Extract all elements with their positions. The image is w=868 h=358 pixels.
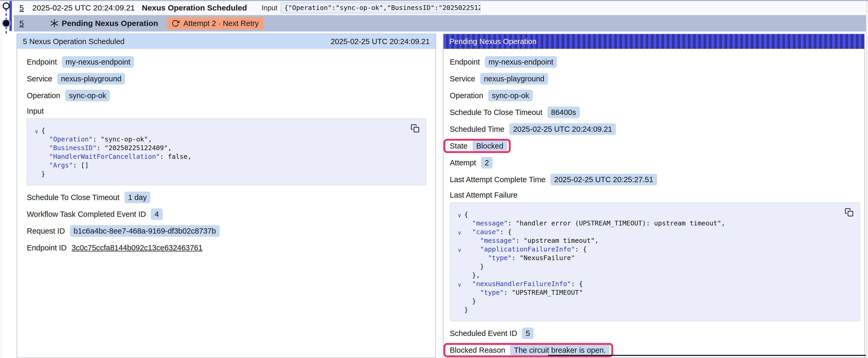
- event-id-link[interactable]: 5: [20, 3, 24, 12]
- last-attempt-failure-label: Last Attempt Failure: [450, 191, 860, 199]
- field-row-last-attempt-complete-time: Last Attempt Complete Time2025-02-25 UTC…: [450, 174, 657, 185]
- timeline-event-marker-icon[interactable]: [3, 2, 10, 9]
- json-gutter: [32, 171, 41, 179]
- field-label: Endpoint ID: [27, 243, 67, 252]
- collapse-chevron-icon[interactable]: ∨: [455, 246, 464, 255]
- json-code-text: {: [464, 210, 468, 219]
- json-code-text: "message": "handler error (UPSTREAM_TIME…: [464, 219, 725, 228]
- field-row-blocked-reason: Blocked ReasonThe circuit breaker is ope…: [450, 344, 610, 356]
- json-line: "type": "UPSTREAM_TIMEOUT": [455, 288, 852, 297]
- pending-panel-title: Pending Nexus Operation: [449, 37, 536, 46]
- field-value-badge: my-nexus-endpoint: [485, 56, 557, 68]
- pending-asterisk-icon: [50, 19, 59, 28]
- field-label: Request ID: [27, 227, 65, 235]
- json-gutter: [455, 263, 464, 272]
- json-gutter: [455, 220, 464, 229]
- event-row-nexus-operation-scheduled[interactable]: 5 2025-02-25 UTC 20:24:09.21 Nexus Opera…: [15, 1, 866, 15]
- field-value-badge: 4: [151, 208, 162, 220]
- json-gutter: [455, 289, 464, 298]
- event-input-label: Input: [262, 4, 277, 12]
- field-label: Endpoint: [450, 58, 480, 66]
- field-row-state: StateBlocked: [450, 140, 507, 152]
- pending-event-id-link[interactable]: 5: [20, 19, 24, 28]
- collapse-chevron-icon[interactable]: ∨: [455, 211, 464, 220]
- field-row-request-id: Request IDb1c6a4bc-8ee7-468a-9169-df3b02…: [27, 225, 220, 237]
- event-time: 2025-02-25 UTC 20:24:09.21: [32, 3, 135, 12]
- json-line: ∨{: [455, 210, 852, 219]
- json-gutter: [455, 306, 464, 315]
- json-code-text: "Args": []: [41, 161, 89, 169]
- collapse-chevron-icon[interactable]: ∨: [455, 229, 464, 237]
- json-code-text: "applicationFailureInfo": {: [464, 245, 587, 254]
- field-value-badge: my-nexus-endpoint: [62, 56, 134, 68]
- json-line: "BusinessID": "20250225122409",: [32, 143, 418, 152]
- copy-button[interactable]: [844, 207, 854, 218]
- json-line: ∨ "applicationFailureInfo": {: [455, 245, 852, 254]
- field-row-operation: Operationsync-op-ok: [27, 90, 110, 101]
- json-code-text: }: [41, 169, 45, 178]
- input-json-viewer: ∨{ "Operation": "sync-op-ok", "BusinessI…: [27, 119, 426, 185]
- field-value-badge: nexus-playground: [57, 73, 125, 85]
- json-line: "Args": []: [32, 161, 418, 169]
- json-line: "message": "handler error (UPSTREAM_TIME…: [455, 219, 852, 228]
- field-value-badge: sync-op-ok: [65, 90, 110, 101]
- field-label: Attempt: [450, 159, 476, 167]
- event-detail-panel: 5 Nexus Operation Scheduled 2025-02-25 U…: [17, 34, 436, 358]
- collapse-chevron-icon[interactable]: ∨: [32, 127, 41, 136]
- field-value-badge: 2025-02-25 UTC 20:25:27.51: [550, 174, 657, 185]
- field-value-link[interactable]: 3c0c75ccfa8144b092c13ce632463761: [72, 242, 203, 254]
- attempt-retry-label: Attempt 2 · Next Retry: [183, 19, 259, 28]
- json-line: }: [455, 297, 852, 305]
- field-value-badge: b1c6a4bc-8ee7-468a-9169-df3b02c8737b: [70, 225, 220, 237]
- field-row-endpoint-id: Endpoint ID3c0c75ccfa8144b092c13ce632463…: [27, 242, 203, 254]
- json-line: },: [455, 271, 852, 280]
- event-input-preview-badge[interactable]: {"Operation":"sync-op-ok","BusinessID":"…: [281, 2, 480, 13]
- field-value-badge: 1 day: [125, 192, 151, 203]
- field-label: Operation: [450, 91, 483, 100]
- copy-button[interactable]: [410, 124, 420, 134]
- timeline-selected-marker-icon[interactable]: [3, 20, 9, 27]
- field-row-service: Servicenexus-playground: [450, 73, 548, 85]
- json-line: ∨ "nexusHandlerFailureInfo": {: [455, 280, 852, 288]
- json-line: }: [455, 262, 852, 271]
- json-gutter: [32, 136, 41, 144]
- field-label: Last Attempt Complete Time: [450, 175, 546, 184]
- json-line: "message": "upstream timeout",: [455, 236, 852, 245]
- json-gutter: [455, 298, 464, 306]
- field-label: Blocked Reason: [450, 346, 505, 355]
- field-row-scheduled-event-id: Scheduled Event ID5: [450, 328, 533, 339]
- json-gutter: [455, 255, 464, 263]
- json-gutter: [32, 153, 41, 162]
- collapse-chevron-icon[interactable]: ∨: [455, 281, 464, 289]
- field-row-operation: Operationsync-op-ok: [450, 90, 533, 101]
- json-code-text: "HandlerWaitForCancellation": false,: [41, 152, 191, 161]
- json-gutter: [32, 144, 41, 153]
- field-label: Endpoint: [27, 58, 57, 66]
- field-label: Operation: [27, 91, 60, 100]
- field-value-badge: nexus-playground: [480, 73, 548, 85]
- event-title: Nexus Operation Scheduled: [142, 3, 247, 12]
- retry-icon: [172, 20, 180, 27]
- attempt-retry-badge: Attempt 2 · Next Retry: [167, 17, 264, 29]
- field-label: Scheduled Event ID: [450, 329, 517, 338]
- json-code-text: "type": "UPSTREAM_TIMEOUT": [464, 288, 583, 297]
- detail-panel-time: 2025-02-25 UTC 20:24:09.21: [331, 37, 430, 46]
- field-label: Service: [27, 74, 52, 83]
- field-value-badge: Blocked: [473, 140, 507, 152]
- detail-panel-title: 5 Nexus Operation Scheduled: [23, 37, 125, 46]
- copy-icon: [411, 124, 420, 133]
- json-line: "Operation": "sync-op-ok",: [32, 135, 418, 143]
- json-line: ∨ "cause": {: [455, 228, 852, 236]
- field-row-schedule-to-close-timeout: Schedule To Close Timeout86400s: [450, 106, 580, 118]
- field-label: Workflow Task Completed Event ID: [27, 210, 146, 219]
- field-label: Schedule To Close Timeout: [450, 108, 542, 117]
- json-line: }: [32, 169, 418, 178]
- field-row-service: Servicenexus-playground: [27, 73, 125, 85]
- json-line: }: [455, 305, 852, 314]
- pending-operation-panel-header: Pending Nexus Operation: [443, 34, 864, 49]
- event-row-pending-nexus-operation[interactable]: 5 Pending Nexus Operation Attempt 2 · Ne…: [14, 15, 866, 32]
- field-label: State: [450, 142, 468, 151]
- field-value-badge: The circuit breaker is open.: [510, 344, 610, 356]
- scrollbar-gutter: [866, 1, 868, 358]
- field-label: Schedule To Close Timeout: [27, 193, 120, 202]
